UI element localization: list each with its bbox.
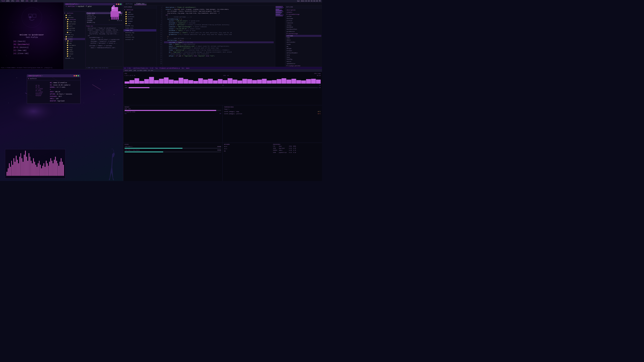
outline-font[interactable]: font [286, 56, 321, 58]
outline-locale[interactable]: locale [286, 24, 321, 26]
tree-shell[interactable]: 📁 shell [64, 51, 85, 53]
outline-system[interactable]: system [286, 15, 321, 17]
outline-profile[interactable]: profile [286, 20, 321, 22]
svg-rect-10 [113, 16, 115, 19]
neofetch-close[interactable] [74, 75, 75, 76]
tree-git[interactable]: 📁 .git [64, 14, 85, 16]
tree-wsl[interactable]: 📁 wsl [64, 31, 85, 34]
outline-systemsettings[interactable]: ▼ systemSettings [286, 13, 321, 15]
outline-browser[interactable]: browser [286, 50, 321, 52]
cpu-graph-bar [306, 79, 311, 84]
browser-menu-newtab[interactable]: [t] [New tab] [14, 49, 60, 52]
min-btn[interactable] [118, 3, 120, 5]
sidebar-profiles[interactable]: 📁 profiles [124, 15, 156, 18]
outline-bootmode[interactable]: bootMode [286, 26, 321, 28]
cpu-graph [124, 77, 321, 84]
outline-grubdevice[interactable]: grubDevice [286, 30, 321, 33]
cpu-graph-bar [139, 81, 144, 84]
tree-pkgs[interactable]: 📁 pkgs [64, 49, 85, 51]
neofetch-info: WE| emmet @ snowfire OS: nixos 24.05 (ua… [50, 82, 72, 102]
sidebar-system[interactable]: 📁 system [124, 18, 156, 20]
cpu-graph-bar [311, 79, 316, 84]
sidebar-desktop[interactable]: desktop.png [124, 31, 156, 34]
outline-description[interactable]: description [286, 9, 321, 11]
tree-lang[interactable]: 📁 lang [64, 46, 85, 49]
editor-tab-dotfiles[interactable]: .dotfiles [123, 3, 134, 5]
outline-wm[interactable]: wm [286, 45, 321, 48]
tree-style[interactable]: 📁 style [64, 53, 85, 55]
tree-readme3[interactable]: README.org [64, 57, 85, 59]
outline-name[interactable]: name [286, 37, 321, 39]
svg-point-18 [16, 78, 17, 78]
cpu-graph-bar [247, 79, 252, 84]
sysmon-net-stat: 28 108 [148, 70, 153, 71]
sysmon-content: CPU CPU time 1.53 1.14 0.78 AVG: 13 0% 8… [123, 72, 322, 181]
browser-menu-closetab[interactable]: [x] [Close tab] [14, 52, 60, 55]
bar-chart-bar [44, 167, 46, 176]
tree-themes[interactable]: 📁 themes [64, 38, 85, 40]
disk-label: Disks [124, 144, 221, 145]
tree-personal[interactable]: 📁 personal [64, 23, 85, 25]
bar-chart-bar [57, 163, 58, 176]
tree-readme2[interactable]: README.org [64, 34, 85, 36]
network-processes-section: Network 36.0 19.5 0% Processes PIDName [223, 143, 322, 181]
bar-chart-bar [50, 158, 51, 176]
outline-hostname[interactable]: hostname [286, 17, 321, 20]
outline-wmtype[interactable]: wmType [286, 48, 321, 50]
neofetch-min[interactable] [76, 75, 77, 76]
outline-timezone[interactable]: timezone [286, 22, 321, 24]
outline-dotfilesdir[interactable]: dotfilesDir [286, 41, 321, 43]
outline-term[interactable]: term [286, 54, 321, 56]
sidebar-flake-nix[interactable]: flake.nix [124, 29, 156, 31]
tree-home-lab[interactable]: 📁 home.lab [64, 21, 85, 23]
outline-spawneditor[interactable]: spawnEditor [286, 63, 321, 65]
sidebar-user[interactable]: 📁 user [124, 22, 156, 25]
outline-fontpkg[interactable]: fontPkg [286, 58, 321, 60]
outline-theme[interactable]: theme [286, 43, 321, 45]
sidebar-flake-lock[interactable]: flake.lock [124, 27, 156, 29]
neofetch-controls[interactable] [74, 75, 79, 77]
tree-work[interactable]: 📁 work [64, 25, 85, 27]
editor-tab-flake[interactable]: flake.nix [134, 3, 147, 5]
browser-menu-history[interactable]: [$ h] [History] [14, 46, 60, 49]
outline-username[interactable]: username [286, 35, 321, 37]
statusbar-position: 3:10 [150, 67, 153, 69]
temp-device: Temp(°) [224, 108, 321, 111]
bar-chart-bar [40, 165, 41, 176]
browser-menu-quickmarks[interactable]: [b] [Quickmarks] [14, 43, 60, 46]
max-btn[interactable] [120, 3, 122, 5]
sidebar-git[interactable]: 📁 .git [124, 11, 156, 13]
tree-system[interactable]: 📁 system [64, 36, 85, 38]
tree-worklab[interactable]: 📁 worklab [64, 27, 85, 29]
browser-menu-search[interactable]: [o] [Search] [14, 40, 60, 43]
sidebar-themes[interactable]: 📁 themes [124, 20, 156, 22]
bar-chart-bar [10, 167, 11, 176]
sidebar-patches[interactable]: 📁 patches [124, 13, 156, 15]
tree-profiles[interactable]: ▼ 📁 profiles [64, 18, 85, 21]
outline-outputs[interactable]: outputs [286, 11, 321, 13]
sidebar-root[interactable]: ▼ .DOTFILES [124, 9, 156, 11]
sidebar-harden[interactable]: harden.sh [124, 34, 156, 36]
bar-chart-bar [46, 161, 46, 176]
tree-patches[interactable]: 📁 patches [64, 16, 85, 19]
close-btn[interactable] [116, 3, 118, 5]
tree-app[interactable]: 📁 app [64, 42, 85, 44]
tree-hardware[interactable]: 📁 hardware [64, 44, 85, 46]
svg-rect-9 [111, 16, 113, 19]
proc-headers: PIDNameCPU%MEM% [273, 146, 321, 147]
outline-email[interactable]: email [286, 39, 321, 41]
outline-usersettings[interactable]: ▼ userSettings [286, 33, 321, 35]
tree-wm[interactable]: 📁 wm [64, 55, 85, 57]
sidebar-install-org[interactable]: install.org [124, 36, 156, 38]
bar-chart-bar [38, 163, 38, 176]
neofetch-max[interactable] [78, 75, 79, 76]
sidebar-install-sh[interactable]: install.sh [124, 38, 156, 41]
tree-readme1[interactable]: README.org [64, 29, 85, 31]
tree-user[interactable]: ▼ 📁 user [64, 40, 85, 42]
outline-nixpkgs-patched[interactable]: ▼ nixpkgs-patched [286, 65, 321, 67]
window-controls[interactable] [116, 3, 122, 5]
sidebar-readme-org[interactable]: README.org [124, 25, 156, 27]
outline-editor[interactable]: editor [286, 60, 321, 63]
outline-defaultroamdir[interactable]: defaultRoamDir [286, 52, 321, 54]
outline-bootmountpath[interactable]: bootMountPath [286, 28, 321, 30]
